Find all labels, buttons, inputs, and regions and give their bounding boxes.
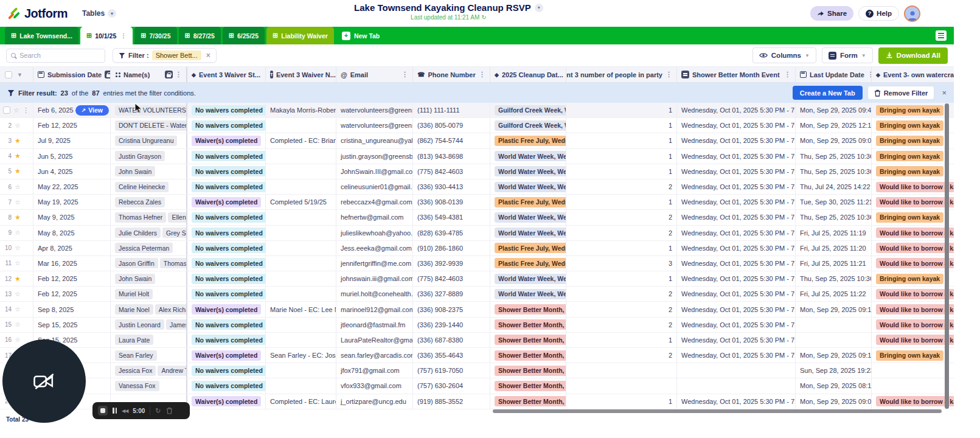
cell-last-update[interactable]: Tue, Sep 30, 2025 11:21 xyxy=(796,195,872,209)
cell-people-count[interactable]: 1 xyxy=(566,195,677,209)
table-row[interactable]: 17☆Sean FarleyWaiver(s) completedSean Fa… xyxy=(0,348,954,363)
cell-people-count[interactable]: 2 xyxy=(566,179,677,194)
cell-people-count[interactable]: 1 xyxy=(566,164,677,179)
cell-email[interactable]: muriel.holt@conehealth.com xyxy=(336,287,413,301)
table-row[interactable]: ☆⋮Feb 6, 2025↗ViewWATER VOLUNTEERS COPYN… xyxy=(0,103,954,118)
filter-value-chip[interactable]: Shower Bett... xyxy=(152,50,201,60)
cell-last-update[interactable]: Mon, Sep 29, 2025 09:13 xyxy=(796,348,872,363)
cell-phone[interactable]: (775) 842-4603 xyxy=(413,271,490,286)
star-icon[interactable]: ☆ xyxy=(15,321,21,328)
cell-last-update[interactable]: Thu, Sep 25, 2025 10:36 xyxy=(796,164,872,179)
cell-last-update[interactable]: Thu, Jul 24, 2025 14:22 xyxy=(796,179,872,194)
refresh-icon[interactable]: ↻ xyxy=(481,14,486,21)
cell-phone[interactable]: (813) 943-8698 xyxy=(413,149,490,164)
cell-names[interactable]: Thomas HefnerEllen Hefn xyxy=(111,210,187,224)
row-checkbox[interactable] xyxy=(3,106,10,114)
cell-people-count[interactable] xyxy=(566,378,677,393)
cell-submission-date[interactable]: Feb 12, 2025 xyxy=(33,287,111,301)
cell-names[interactable]: Rebecca Zales xyxy=(111,195,187,209)
cell-shower-event[interactable]: Wednesday, Oct 01, 2025 5:30 PM - 7:30 P… xyxy=(677,287,796,301)
cell-names[interactable]: Julie ChildersGrey Schlarl xyxy=(111,226,187,240)
cell-waiver-status[interactable]: No waivers completed xyxy=(187,164,266,179)
cell-email[interactable]: rebeccazx4@gmail.com xyxy=(336,195,413,209)
cell-last-update[interactable]: Thu, Sep 25, 2025 10:36 xyxy=(796,271,872,286)
cell-email[interactable]: johnswain.iii@gmail.com xyxy=(336,271,413,286)
cell-shower-event[interactable]: Wednesday, Oct 01, 2025 5:30 PM - 7:30 P… xyxy=(677,302,796,316)
cell-waiver-status[interactable]: No waivers completed xyxy=(187,241,266,255)
cell-shower-event[interactable]: Wednesday, Oct 01, 2025 5:30 PM - 7:30 P… xyxy=(677,318,796,332)
cell-cleanup-date[interactable]: Guilford Creek Week, Wed xyxy=(490,103,566,117)
cell-last-update[interactable]: Fri, Jul 25, 2025 11:22 xyxy=(796,287,872,301)
tables-nav-dropdown[interactable]: Tables ▾ xyxy=(82,9,116,18)
cell-submission-date[interactable]: Feb 12, 2025 xyxy=(33,271,111,286)
cell-phone[interactable]: (775) 842-4603 xyxy=(413,164,490,179)
cell-shower-event[interactable]: Wednesday, Oct 01, 2025 5:30 PM - 7:30 P… xyxy=(677,179,796,194)
cell-submission-date[interactable]: Sep 15, 2025 xyxy=(33,318,111,332)
table-row[interactable]: 2☆Feb 12, 2025DON'T DELETE - Water VoluN… xyxy=(0,118,954,133)
cell-watercraft[interactable]: Bringing own kayak xyxy=(872,149,954,164)
cell-last-update[interactable] xyxy=(796,333,872,347)
help-button[interactable]: ? Help xyxy=(858,6,899,21)
cell-waiver-status[interactable]: No waivers completed xyxy=(187,378,266,393)
cell-waiver-name[interactable] xyxy=(266,363,336,378)
cell-phone[interactable]: (336) 355-4643 xyxy=(413,348,490,363)
cell-waiver-name[interactable] xyxy=(266,164,336,179)
cell-cleanup-date[interactable]: Plastic Free July, Wednesda xyxy=(490,133,566,148)
column-header-kayak[interactable]: ◆Event 3- own watercraft or bo xyxy=(872,67,954,82)
cell-last-update[interactable]: Mon, Sep 29, 2025 12:13 xyxy=(796,118,872,133)
cell-waiver-status[interactable]: No waivers completed xyxy=(187,271,266,286)
close-banner-icon[interactable]: × xyxy=(942,88,947,97)
cell-waiver-name[interactable] xyxy=(266,149,336,164)
star-icon[interactable]: ☆ xyxy=(15,122,21,129)
cell-last-update[interactable]: Mon, Sep 29, 2025 09:46 xyxy=(796,103,872,117)
column-header-phone[interactable]: ☎Phone Number⋮ xyxy=(413,67,490,82)
cell-watercraft[interactable]: Would like to borrow a kayak (si xyxy=(872,226,954,240)
cell-last-update[interactable]: Mon, Sep 29, 2025 09:07 xyxy=(796,133,872,148)
cell-waiver-name[interactable] xyxy=(266,333,336,347)
column-header-email[interactable]: @Email⋮ xyxy=(336,67,413,82)
cell-people-count[interactable]: 1 xyxy=(566,333,677,347)
cell-cleanup-date[interactable]: World Water Week, Wedne xyxy=(490,287,566,301)
cell-people-count[interactable]: 1 xyxy=(566,394,677,409)
cell-last-update[interactable]: Thu, Sep 25, 2025 10:36 xyxy=(796,149,872,164)
cell-shower-event[interactable]: Wednesday, Oct 01, 2025 5:30 PM - 7:30 P… xyxy=(677,149,796,164)
cell-email[interactable]: vfox933@gmail.com xyxy=(336,378,413,393)
column-header-wstatus[interactable]: ◆Event 3 Waiver St...⋮ xyxy=(187,67,266,82)
cell-watercraft[interactable] xyxy=(872,363,954,378)
cell-cleanup-date[interactable]: Shower Better Month, Wed xyxy=(490,333,566,347)
cell-shower-event[interactable]: Wednesday, Oct 01, 2025 5:30 PM - 7:30 P… xyxy=(677,348,796,363)
column-header-wname[interactable]: TEvent 3 Waiver N... xyxy=(266,67,336,82)
cell-waiver-name[interactable] xyxy=(266,271,336,286)
kebab-icon[interactable]: ⋮ xyxy=(867,71,872,78)
cell-watercraft[interactable]: Would like to borrow a kayak (si xyxy=(872,302,954,316)
cell-names[interactable]: John Swain xyxy=(111,271,187,286)
cell-last-update[interactable]: Fri, Jul 25, 2025 11:21 xyxy=(796,256,872,271)
cell-email[interactable]: jfox791@gmail.com xyxy=(336,363,413,378)
cell-phone[interactable]: (910) 286-1860 xyxy=(413,241,490,255)
cell-names[interactable]: Sean Farley xyxy=(111,348,187,363)
cell-watercraft[interactable]: Would like to borrow a kayak (si xyxy=(872,394,954,409)
cell-cleanup-date[interactable]: Plastic Free July, Wednesda xyxy=(490,256,566,271)
cell-people-count[interactable]: 1 xyxy=(566,118,677,133)
cell-email[interactable]: sean.farley@arcadis.com xyxy=(336,348,413,363)
cell-waiver-name[interactable] xyxy=(266,118,336,133)
kebab-icon[interactable]: ⋮ xyxy=(120,32,127,39)
cell-shower-event[interactable] xyxy=(677,363,796,378)
cell-shower-event[interactable]: Wednesday, Oct 01, 2025 5:30 PM - 7:30 P… xyxy=(677,118,796,133)
cell-waiver-status[interactable]: No waivers completed xyxy=(187,363,266,378)
cell-watercraft[interactable]: Bringing own kayak xyxy=(872,164,954,179)
cell-names[interactable]: Jessica Peterman xyxy=(111,241,187,255)
tab-7-30-25[interactable]: ⊞7/30/25 xyxy=(134,27,176,44)
tab-list-button[interactable] xyxy=(936,30,947,41)
cell-cleanup-date[interactable]: Shower Better Month, Wed xyxy=(490,318,566,332)
cell-waiver-status[interactable]: No waivers completed xyxy=(187,179,266,194)
cell-phone[interactable]: (336) 327-8889 xyxy=(413,287,490,301)
cell-waiver-status[interactable]: No waivers completed xyxy=(187,287,266,301)
column-header-people[interactable]: #Event 3 number of people in party⋮ xyxy=(566,67,677,82)
cell-waiver-name[interactable] xyxy=(266,179,336,194)
cell-cleanup-date[interactable]: Guilford Creek Week, Wed xyxy=(490,118,566,133)
cell-submission-date[interactable]: Jun 4, 2025 xyxy=(33,164,111,179)
cell-phone[interactable]: (336) 687-8380 xyxy=(413,333,490,347)
camera-bubble[interactable] xyxy=(2,339,86,423)
column-header-names[interactable]: Name(s)⋮ xyxy=(111,67,187,82)
